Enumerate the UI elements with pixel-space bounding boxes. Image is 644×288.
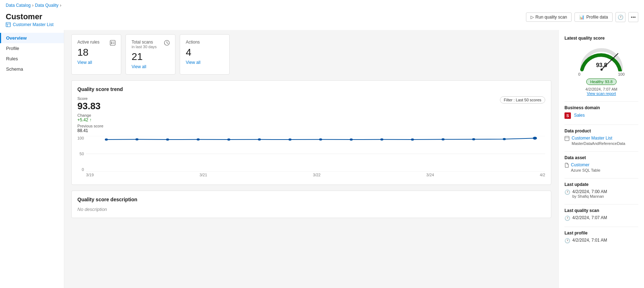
business-domain-section: Business domain S Sales	[564, 105, 638, 119]
data-asset-label: Data asset	[564, 155, 638, 160]
svg-point-24	[472, 138, 475, 140]
actions-view-all[interactable]: View all	[186, 60, 200, 65]
svg-point-17	[258, 138, 261, 141]
actions-card: Actions 4 View all	[180, 34, 230, 75]
last-profile-label: Last profile	[564, 231, 638, 236]
more-options-button[interactable]: •••	[628, 12, 638, 22]
svg-point-16	[228, 138, 231, 141]
svg-point-5	[111, 43, 112, 44]
business-domain-label: Business domain	[564, 105, 638, 110]
quality-score-chart-section: Quality score trend Score 93.83 Change +…	[71, 80, 551, 185]
svg-rect-0	[6, 22, 10, 27]
breadcrumb: Data Catalog › Data Quality ›	[0, 0, 644, 11]
domain-badge: S	[564, 112, 571, 119]
svg-point-14	[166, 138, 169, 141]
breadcrumb-data-quality[interactable]: Data Quality	[35, 3, 58, 8]
description-section: Quality score description No description	[71, 191, 551, 218]
chart-container: Score 93.83 Change +5.42 ↑ Previous scor…	[77, 96, 545, 179]
data-asset-icon	[564, 163, 569, 169]
gauge-date: 4/2/2024, 7:07 AM	[586, 87, 617, 91]
data-product-icon	[564, 136, 569, 142]
data-product-label: Data product	[564, 128, 638, 133]
data-asset-name[interactable]: Customer	[571, 162, 600, 167]
svg-point-21	[380, 138, 384, 141]
sidebar-item-schema[interactable]: Schema	[0, 64, 64, 74]
sidebar-item-rules[interactable]: Rules	[0, 54, 64, 64]
change-value: +5.42 ↑	[77, 117, 103, 122]
last-update-label: Last update	[564, 182, 638, 187]
svg-point-22	[411, 138, 414, 141]
history-button[interactable]: 🕐	[615, 12, 625, 22]
latest-quality-score-section: Latest quality score 93.8	[564, 36, 638, 96]
table-icon	[6, 22, 11, 27]
svg-point-15	[197, 138, 200, 141]
score-label: Score	[77, 96, 103, 101]
page-subtitle[interactable]: Customer Master List	[13, 22, 53, 27]
healthy-badge: Healthy 93.8	[586, 79, 617, 85]
total-scans-card: Total scans in last 30 days 21 View all	[126, 34, 175, 75]
svg-point-19	[319, 138, 322, 141]
svg-point-18	[288, 138, 292, 141]
active-rules-card: Active rules 18 View all	[71, 34, 121, 75]
last-update-clock-icon: 🕐	[564, 190, 570, 195]
content-area: Active rules 18 View all Total scans in …	[64, 30, 558, 288]
svg-point-25	[503, 138, 506, 140]
actions-value: 4	[186, 47, 224, 58]
last-quality-scan-section: Last quality scan 🕐 4/2/2024, 7:07 AM	[564, 208, 638, 221]
svg-point-13	[136, 138, 139, 141]
last-profile-date: 4/2/2024, 7:01 AM	[572, 238, 607, 243]
description-title: Quality score description	[77, 197, 545, 202]
svg-point-12	[105, 138, 108, 141]
change-label: Change	[77, 113, 103, 117]
actions-title: Actions	[186, 40, 224, 45]
svg-point-23	[442, 138, 445, 141]
scans-icon	[164, 40, 170, 47]
sidebar-item-profile[interactable]: Profile	[0, 43, 64, 54]
stats-row: Active rules 18 View all Total scans in …	[71, 34, 551, 75]
data-product-sub: MasterDataAndReferenceData	[572, 141, 625, 146]
last-quality-scan-label: Last quality scan	[564, 208, 638, 213]
active-rules-value: 18	[77, 47, 115, 58]
page-title: Customer	[6, 12, 53, 21]
last-update-section: Last update 🕐 4/2/2024, 7:00 AM by Shafi…	[564, 182, 638, 198]
run-quality-scan-button[interactable]: ▷ Run quality scan	[526, 12, 572, 22]
domain-name[interactable]: Sales	[574, 113, 585, 118]
total-scans-value: 21	[132, 51, 169, 62]
data-asset-section: Data asset Customer Azure SQL Table	[564, 155, 638, 172]
view-scan-report-link[interactable]: View scan report	[587, 91, 616, 96]
prev-score-label: Previous score	[77, 124, 103, 128]
profile-data-button[interactable]: 📊 Profile data	[574, 12, 613, 22]
sidebar-item-overview[interactable]: Overview	[0, 33, 64, 43]
gauge-chart: 93.8	[577, 43, 627, 71]
svg-point-4	[111, 42, 112, 43]
sidebar-nav: Overview Profile Rules Schema	[0, 30, 64, 288]
svg-rect-3	[110, 40, 115, 45]
svg-text:93.8: 93.8	[596, 62, 607, 68]
data-asset-sub: Azure SQL Table	[571, 168, 600, 172]
last-scan-clock-icon: 🕐	[564, 216, 570, 221]
last-update-date: 4/2/2024, 7:00 AM	[572, 189, 607, 194]
last-profile-clock-icon: 🕐	[564, 238, 570, 243]
total-scans-view-all[interactable]: View all	[132, 64, 146, 69]
breadcrumb-data-catalog[interactable]: Data Catalog	[6, 3, 31, 8]
page-header: Customer Customer Master List ▷ Run qual…	[0, 11, 644, 30]
prev-score-value: 88.41	[77, 128, 103, 133]
svg-point-28	[600, 69, 603, 71]
last-profile-section: Last profile 🕐 4/2/2024, 7:01 AM	[564, 231, 638, 243]
score-value: 93.83	[77, 101, 103, 112]
trend-chart-svg	[86, 136, 545, 172]
no-description: No description	[77, 207, 545, 212]
data-product-name[interactable]: Customer Master List	[572, 136, 625, 141]
data-product-section: Data product Customer Master List Master…	[564, 128, 638, 146]
svg-rect-30	[565, 136, 569, 141]
svg-point-26	[533, 137, 537, 140]
svg-point-20	[350, 138, 353, 141]
last-quality-scan-date: 4/2/2024, 7:07 AM	[572, 215, 607, 220]
chart-section-title: Quality score trend	[77, 86, 545, 92]
latest-score-label: Latest quality score	[564, 36, 638, 41]
filter-button[interactable]: Filter : Last 50 scores	[500, 96, 545, 103]
right-panel: Latest quality score 93.8	[558, 30, 644, 288]
active-rules-view-all[interactable]: View all	[77, 60, 92, 65]
rules-icon	[109, 40, 116, 47]
last-update-by: by Shafiq Mannan	[572, 194, 607, 198]
